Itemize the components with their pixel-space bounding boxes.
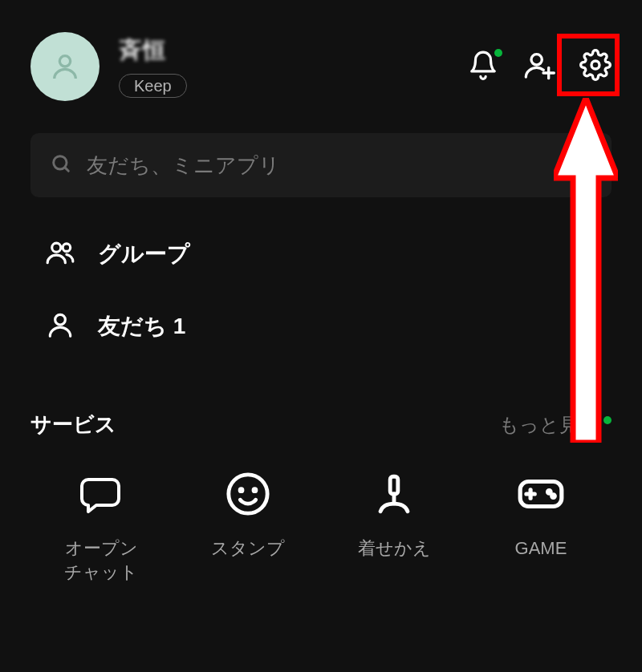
friend-icon: [45, 310, 75, 343]
svg-point-12: [240, 489, 242, 492]
service-stamp[interactable]: スタンプ: [192, 468, 304, 584]
notification-dot: [494, 49, 502, 57]
username[interactable]: 斉恒: [119, 35, 167, 66]
search-icon: [50, 152, 72, 178]
search-bar[interactable]: 友だち、ミニアプリ: [30, 133, 612, 197]
friends-row[interactable]: 友だち 1: [45, 310, 597, 343]
svg-point-9: [63, 244, 71, 252]
keep-badge[interactable]: Keep: [119, 74, 187, 98]
service-theme[interactable]: 着せかえ: [338, 468, 450, 584]
svg-point-13: [254, 489, 256, 492]
group-icon: [45, 237, 75, 271]
stamp-icon: [221, 468, 274, 520]
bell-icon: [468, 50, 498, 83]
new-dot: [603, 416, 612, 424]
avatar[interactable]: [30, 32, 100, 101]
service-label: オープン チャット: [64, 536, 138, 584]
svg-point-1: [531, 55, 542, 65]
service-label: 着せかえ: [358, 536, 431, 561]
groups-row[interactable]: グループ: [45, 237, 597, 271]
friends-label: 友だち 1: [98, 311, 185, 342]
see-more-button[interactable]: もっと見る: [499, 412, 612, 438]
svg-point-0: [59, 56, 70, 67]
add-friend-button[interactable]: [523, 51, 555, 83]
svg-point-4: [591, 61, 599, 69]
openchat-icon: [75, 468, 128, 520]
service-game[interactable]: GAME: [485, 468, 597, 584]
service-openchat[interactable]: オープン チャット: [45, 468, 157, 584]
game-icon: [514, 468, 567, 520]
svg-rect-14: [390, 476, 398, 494]
theme-icon: [368, 468, 421, 520]
see-more-label: もっと見る: [499, 412, 599, 438]
service-label: スタンプ: [211, 536, 285, 561]
gear-icon: [579, 49, 612, 84]
svg-point-8: [52, 243, 61, 252]
svg-line-6: [65, 168, 68, 171]
add-user-icon: [523, 49, 555, 84]
settings-button[interactable]: [579, 51, 612, 83]
groups-label: グループ: [98, 239, 190, 269]
svg-point-18: [547, 491, 551, 494]
services-title: サービス: [30, 411, 116, 439]
search-placeholder: 友だち、ミニアプリ: [87, 152, 280, 180]
service-label: GAME: [515, 536, 567, 561]
notifications-button[interactable]: [467, 51, 499, 83]
svg-point-11: [228, 475, 266, 513]
qr-scan-icon[interactable]: [568, 152, 592, 179]
svg-point-10: [55, 314, 66, 325]
svg-point-19: [552, 495, 555, 498]
